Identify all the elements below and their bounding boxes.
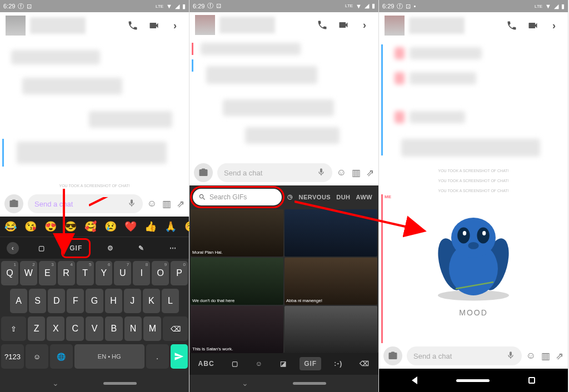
- abc-button[interactable]: ABC: [194, 357, 219, 370]
- nav-home[interactable]: [293, 382, 326, 385]
- key-P[interactable]: P0: [171, 261, 188, 285]
- emoji[interactable]: ❤️: [124, 220, 137, 233]
- gif-category[interactable]: AWW: [356, 194, 373, 200]
- emoji[interactable]: 😘: [24, 220, 37, 233]
- key-T[interactable]: T5: [77, 261, 94, 285]
- key-Z[interactable]: Z: [28, 316, 46, 341]
- sticker2-icon[interactable]: ◪: [276, 357, 291, 370]
- key-K[interactable]: K: [143, 289, 160, 313]
- nav-recent[interactable]: [528, 377, 535, 384]
- gif-button[interactable]: GIF: [64, 241, 88, 255]
- video-call-button[interactable]: [335, 17, 352, 33]
- key-L[interactable]: L: [162, 289, 179, 313]
- key-I[interactable]: I8: [133, 261, 150, 285]
- key-B[interactable]: B: [105, 316, 123, 341]
- audio-call-button[interactable]: [503, 17, 520, 34]
- backspace-icon[interactable]: ⌫: [355, 357, 374, 370]
- sent-gif[interactable]: [429, 205, 518, 305]
- mic-icon[interactable]: [127, 199, 136, 209]
- video-call-button[interactable]: [525, 17, 541, 34]
- key-U[interactable]: U7: [114, 261, 131, 285]
- key-N[interactable]: N: [124, 316, 142, 341]
- gif-tab[interactable]: GIF: [300, 357, 321, 370]
- nav-back[interactable]: [412, 376, 417, 384]
- key-O[interactable]: O9: [152, 261, 169, 285]
- nav-down-icon[interactable]: ⌄: [52, 379, 59, 388]
- smiley-icon[interactable]: ☺: [526, 350, 536, 362]
- nav-home[interactable]: [103, 382, 137, 385]
- key-G[interactable]: G: [86, 289, 103, 313]
- smiley-icon[interactable]: ☺: [337, 167, 346, 179]
- cards-icon[interactable]: ▥: [162, 198, 171, 210]
- emoji[interactable]: 😢: [104, 220, 117, 233]
- key-D[interactable]: D: [48, 289, 65, 313]
- nav-home[interactable]: [456, 379, 490, 382]
- camera-button[interactable]: [194, 163, 213, 182]
- emoji-bar[interactable]: 😂 😘 😍 😎 🥰 😢 ❤️ 👍 🙏 ☺️: [0, 217, 189, 237]
- avatar[interactable]: [195, 15, 215, 35]
- key-E[interactable]: E3: [39, 261, 56, 285]
- period-key[interactable]: .: [146, 344, 169, 369]
- chevron-right-icon[interactable]: ›: [167, 17, 183, 34]
- gif-item[interactable]: [284, 306, 377, 353]
- emoji[interactable]: 🥰: [84, 220, 97, 233]
- globe-key[interactable]: 🌐: [50, 344, 73, 369]
- cards-icon[interactable]: ▥: [352, 167, 361, 179]
- key-M[interactable]: M: [143, 316, 161, 341]
- settings-icon[interactable]: ⚙: [102, 241, 119, 255]
- avatar[interactable]: [385, 16, 405, 36]
- key-R[interactable]: R4: [58, 261, 75, 285]
- sticker-icon[interactable]: ▢: [227, 357, 243, 370]
- nav-down-icon[interactable]: ⌄: [242, 379, 248, 388]
- send-key[interactable]: [171, 344, 188, 369]
- key-V[interactable]: V: [86, 316, 103, 341]
- gif-category[interactable]: DUH: [336, 194, 350, 200]
- mic-icon[interactable]: [506, 351, 515, 361]
- gif-item[interactable]: This is Satan's work.: [191, 306, 283, 353]
- key-Y[interactable]: Y6: [96, 261, 113, 285]
- key-J[interactable]: J: [124, 289, 141, 313]
- emote-tab[interactable]: :-): [330, 357, 347, 370]
- emoji[interactable]: 🙏: [164, 220, 177, 233]
- key-S[interactable]: S: [29, 289, 46, 313]
- gif-item[interactable]: Moral Plan Hai.: [191, 209, 283, 257]
- emoji[interactable]: 😍: [44, 220, 57, 233]
- key-Q[interactable]: Q1: [1, 261, 18, 285]
- key-W[interactable]: W2: [20, 261, 37, 285]
- emoji[interactable]: 😎: [64, 220, 77, 233]
- audio-call-button[interactable]: [124, 17, 141, 34]
- more-icon[interactable]: ⋯: [164, 241, 182, 255]
- audio-call-button[interactable]: [314, 17, 331, 33]
- chat-input[interactable]: Send a chat: [28, 194, 143, 213]
- chat-input[interactable]: Send a chat: [217, 163, 332, 182]
- chevron-right-icon[interactable]: ›: [546, 17, 562, 34]
- gif-item[interactable]: [284, 209, 377, 257]
- emoji[interactable]: 😂: [4, 220, 17, 233]
- key-A[interactable]: A: [10, 289, 27, 313]
- numeric-key[interactable]: ?123: [1, 344, 24, 369]
- camera-button[interactable]: [383, 346, 402, 365]
- space-key[interactable]: EN • HG: [74, 344, 144, 369]
- rocket-icon[interactable]: ⇗: [556, 350, 563, 362]
- gif-item[interactable]: We don't do that here: [191, 258, 283, 305]
- key-H[interactable]: H: [105, 289, 122, 313]
- key-C[interactable]: C: [66, 316, 84, 341]
- cards-icon[interactable]: ▥: [541, 350, 550, 362]
- rocket-icon[interactable]: ⇗: [177, 198, 184, 210]
- back-chevron-icon[interactable]: ‹: [7, 242, 19, 254]
- mic-icon[interactable]: [317, 168, 326, 178]
- key-X[interactable]: X: [47, 316, 64, 341]
- recent-icon[interactable]: ◷: [287, 193, 293, 200]
- sticker-icon[interactable]: ▢: [33, 241, 51, 255]
- shift-key[interactable]: ⇧: [1, 316, 26, 341]
- rocket-icon[interactable]: ⇗: [366, 167, 374, 179]
- chevron-right-icon[interactable]: ›: [356, 17, 373, 33]
- key-F[interactable]: F: [67, 289, 84, 313]
- smiley-icon[interactable]: ☺: [251, 357, 267, 370]
- avatar[interactable]: [6, 16, 26, 36]
- video-call-button[interactable]: [146, 17, 162, 34]
- smiley-icon[interactable]: ☺: [147, 198, 157, 210]
- gif-item[interactable]: Abba ni manenge!: [284, 258, 377, 305]
- translate-icon[interactable]: ✎: [133, 241, 150, 255]
- chat-input[interactable]: Send a chat: [407, 346, 522, 365]
